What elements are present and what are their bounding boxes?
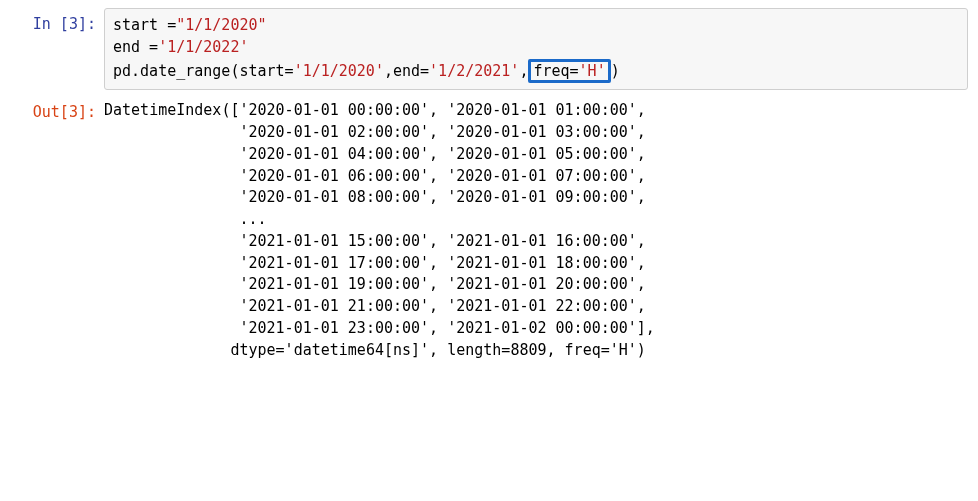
output-line: '2020-01-01 02:00:00', '2020-01-01 03:00… <box>104 123 646 141</box>
output-line: dtype='datetime64[ns]', length=8809, fre… <box>104 341 646 359</box>
output-line: '2021-01-01 15:00:00', '2021-01-01 16:00… <box>104 232 646 250</box>
output-line: '2020-01-01 08:00:00', '2020-01-01 09:00… <box>104 188 646 206</box>
code-token: end = <box>113 38 158 56</box>
output-line: DatetimeIndex(['2020-01-01 00:00:00', '2… <box>104 101 646 119</box>
code-token: pd.date_range(start= <box>113 62 294 80</box>
code-token: freq= <box>533 62 578 80</box>
output-line: '2020-01-01 06:00:00', '2020-01-01 07:00… <box>104 167 646 185</box>
output-line: ... <box>104 210 267 228</box>
output-prompt: Out[3]: <box>10 96 104 124</box>
output-line: '2021-01-01 21:00:00', '2021-01-01 22:00… <box>104 297 646 315</box>
input-cell: In [3]: start ="1/1/2020" end ='1/1/2022… <box>10 8 968 90</box>
string-token: '1/2/2021' <box>429 62 519 80</box>
string-token: '1/1/2022' <box>158 38 248 56</box>
code-token: ,end= <box>384 62 429 80</box>
code-input-area[interactable]: start ="1/1/2020" end ='1/1/2022' pd.dat… <box>104 8 968 90</box>
freq-highlight-box: freq='H' <box>528 59 610 84</box>
output-cell: Out[3]: DatetimeIndex(['2020-01-01 00:00… <box>10 96 968 365</box>
code-token: , <box>519 62 528 80</box>
string-token: '1/1/2020' <box>294 62 384 80</box>
code-token: ) <box>611 62 620 80</box>
string-token: "1/1/2020" <box>176 16 266 34</box>
output-line: '2021-01-01 19:00:00', '2021-01-01 20:00… <box>104 275 646 293</box>
code-token: start = <box>113 16 176 34</box>
jupyter-notebook: In [3]: start ="1/1/2020" end ='1/1/2022… <box>0 0 978 379</box>
code-output-area: DatetimeIndex(['2020-01-01 00:00:00', '2… <box>104 96 968 365</box>
output-line: '2021-01-01 17:00:00', '2021-01-01 18:00… <box>104 254 646 272</box>
input-prompt: In [3]: <box>10 8 104 36</box>
output-line: '2020-01-01 04:00:00', '2020-01-01 05:00… <box>104 145 646 163</box>
output-line: '2021-01-01 23:00:00', '2021-01-02 00:00… <box>104 319 655 337</box>
string-token: 'H' <box>579 62 606 80</box>
